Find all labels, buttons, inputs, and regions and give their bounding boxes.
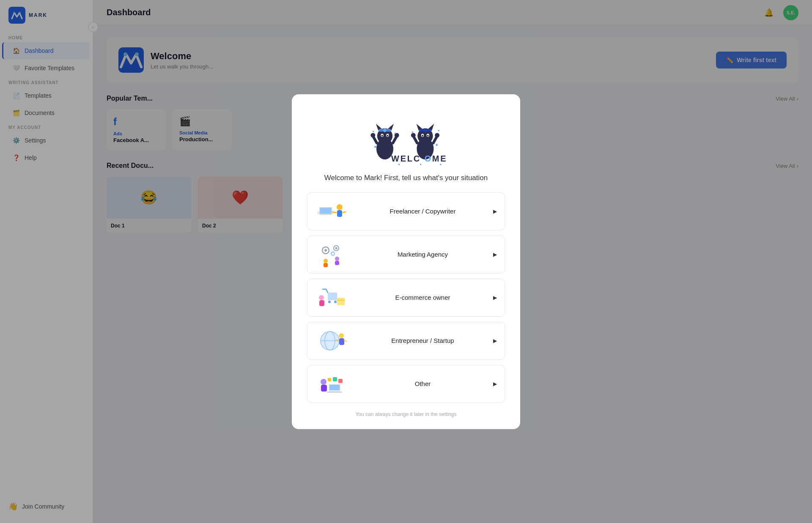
svg-rect-67	[337, 298, 345, 305]
svg-text:ME: ME	[432, 153, 447, 163]
modal-footer-note: You can always change it later in the se…	[355, 411, 456, 417]
svg-point-10	[386, 129, 392, 131]
svg-rect-61	[335, 261, 339, 265]
svg-point-19	[374, 145, 376, 148]
svg-rect-77	[321, 385, 327, 392]
svg-point-76	[321, 379, 326, 385]
svg-point-58	[324, 259, 328, 263]
svg-point-65	[319, 295, 324, 300]
ecommerce-arrow: ▶	[493, 295, 497, 301]
other-label: Other	[356, 380, 490, 387]
svg-text:WELC: WELC	[391, 153, 421, 163]
option-marketing-agency[interactable]: Marketing Agency ▶	[307, 235, 505, 274]
svg-text:O: O	[425, 153, 432, 163]
svg-point-36	[435, 133, 439, 137]
svg-line-75	[344, 340, 346, 342]
svg-point-21	[373, 131, 374, 132]
svg-point-63	[328, 301, 331, 303]
ecommerce-illustration	[315, 285, 349, 310]
svg-rect-83	[328, 378, 331, 381]
svg-point-28	[426, 129, 432, 131]
entrepreneur-arrow: ▶	[493, 338, 497, 344]
svg-point-39	[438, 130, 439, 131]
svg-point-14	[387, 135, 389, 137]
entrepreneur-label: Entrepreneur / Startup	[356, 337, 490, 344]
svg-point-60	[335, 257, 339, 261]
svg-point-31	[422, 135, 423, 137]
svg-point-27	[419, 129, 424, 131]
svg-point-38	[412, 131, 414, 133]
svg-rect-73	[339, 338, 344, 345]
svg-point-9	[379, 129, 384, 131]
svg-rect-80	[327, 392, 342, 393]
freelancer-illustration	[315, 199, 349, 224]
svg-point-56	[335, 247, 337, 249]
svg-point-45	[440, 164, 442, 165]
svg-point-13	[381, 135, 383, 137]
agency-arrow: ▶	[493, 252, 497, 257]
modal-overlay[interactable]: WELC O ME Welcome to Mark! First, tell u…	[0, 0, 812, 523]
ecommerce-label: E-commerce owner	[356, 294, 490, 301]
modal-title: Welcome to Mark! First, tell us what's y…	[324, 174, 488, 182]
svg-point-72	[339, 333, 344, 338]
agency-illustration	[315, 242, 349, 267]
freelancer-label: Freelancer / Copywriter	[356, 208, 490, 215]
svg-rect-48	[320, 208, 331, 214]
svg-point-64	[334, 301, 337, 303]
agency-label: Marketing Agency	[356, 251, 490, 258]
other-illustration	[315, 371, 349, 397]
svg-point-17	[370, 133, 375, 137]
svg-line-51	[332, 212, 336, 213]
option-entrepreneur[interactable]: Entrepreneur / Startup ▶	[307, 322, 505, 360]
svg-rect-62	[328, 293, 337, 300]
svg-rect-81	[338, 379, 343, 383]
svg-rect-82	[333, 377, 337, 381]
svg-point-49	[337, 204, 343, 210]
freelancer-arrow: ▶	[493, 208, 497, 214]
svg-point-35	[411, 133, 416, 137]
svg-rect-66	[319, 300, 324, 306]
option-ecommerce[interactable]: E-commerce owner ▶	[307, 279, 505, 317]
option-freelancer[interactable]: Freelancer / Copywriter ▶	[307, 192, 505, 230]
entrepreneur-illustration	[315, 328, 349, 353]
svg-point-43	[398, 164, 400, 165]
svg-point-44	[420, 164, 422, 165]
svg-point-37	[436, 144, 438, 146]
svg-point-57	[331, 252, 335, 255]
svg-line-52	[343, 212, 346, 213]
svg-rect-59	[324, 263, 328, 267]
svg-point-20	[395, 132, 396, 134]
svg-rect-50	[337, 210, 342, 217]
other-arrow: ▶	[493, 381, 497, 387]
svg-point-54	[324, 249, 327, 252]
welcome-modal: WELC O ME Welcome to Mark! First, tell u…	[292, 94, 520, 429]
welcome-illustration: WELC O ME	[364, 110, 448, 169]
svg-point-32	[427, 135, 429, 137]
svg-rect-79	[329, 385, 340, 390]
option-other[interactable]: Other ▶	[307, 365, 505, 403]
option-list: Freelancer / Copywriter ▶	[307, 192, 505, 403]
